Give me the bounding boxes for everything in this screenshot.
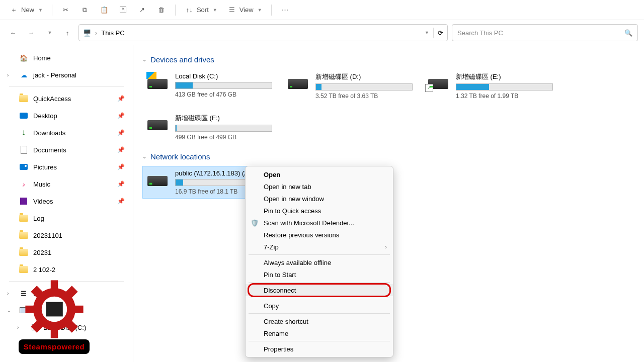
sidebar-item-quickaccess[interactable]: QuickAccess📌: [2, 90, 131, 107]
nav-forward[interactable]: →: [24, 26, 38, 40]
context-menu: Open Open in new tab Open in new window …: [245, 166, 393, 357]
ctx-restore[interactable]: Restore previous versions: [246, 229, 393, 241]
view-button[interactable]: ☰ View ▼: [223, 4, 266, 17]
ctx-open[interactable]: Open: [246, 168, 393, 180]
ctx-rename[interactable]: Rename: [246, 327, 393, 339]
ctx-always-offline[interactable]: Always available offline: [246, 256, 393, 268]
share-icon: ↗: [138, 6, 147, 15]
drive-item[interactable]: 新增磁碟區 (E:) 1.32 TB free of 1.99 TB: [423, 69, 556, 103]
sidebar-home[interactable]: 🏠 Home: [2, 49, 131, 66]
folder-icon: [19, 248, 28, 257]
sidebar-item-log[interactable]: Log: [2, 210, 131, 227]
section-network[interactable]: ⌄ Network locations: [142, 152, 635, 161]
drive-item[interactable]: 新增磁碟區 (F:) 499 GB free of 499 GB: [142, 110, 276, 144]
paste-button[interactable]: 📋: [96, 4, 113, 17]
chevron-right-icon: ›: [7, 72, 9, 78]
ctx-copy[interactable]: Copy: [246, 300, 393, 312]
search-bar[interactable]: 🔍: [452, 24, 638, 41]
rename-button[interactable]: 🄰: [115, 4, 132, 17]
drive-free-text: 1.32 TB free of 1.99 TB: [456, 93, 553, 100]
drive-item[interactable]: 新增磁碟區 (D:) 3.52 TB free of 3.63 TB: [283, 69, 416, 103]
cloud-icon: ☁: [19, 70, 28, 79]
separator: [249, 298, 390, 298]
sidebar-item-music[interactable]: ♪Music📌: [2, 175, 131, 193]
watermark: Steamspowered: [20, 258, 88, 354]
gear-icon: [24, 279, 85, 339]
ctx-scan[interactable]: 🛡️Scan with Microsoft Defender...: [246, 217, 393, 229]
sidebar-label: Log: [33, 215, 44, 222]
ctx-open-window[interactable]: Open in new window: [246, 193, 393, 205]
drive-name: Local Disk (C:): [175, 72, 272, 80]
refresh-button[interactable]: ⟳: [438, 29, 443, 37]
cut-icon: ✂: [61, 6, 70, 15]
section-label: Network locations: [150, 152, 210, 161]
drive-usage-bar: [315, 83, 413, 90]
section-devices[interactable]: ⌄ Devices and drives: [142, 55, 635, 64]
watermark-label: Steamspowered: [19, 339, 90, 354]
sidebar-label: Music: [33, 180, 50, 188]
chevron-down-icon: ⌄: [142, 154, 146, 159]
address-text: This PC: [101, 29, 420, 37]
drive-icon: [146, 169, 169, 193]
svg-rect-9: [46, 302, 63, 317]
ctx-open-tab[interactable]: Open in new tab: [246, 180, 393, 193]
ctx-disconnect[interactable]: Disconnect: [246, 284, 393, 296]
downloads-icon: ⭳: [19, 128, 28, 137]
new-button[interactable]: ＋ New ▼: [5, 4, 47, 17]
pin-icon: 📌: [117, 198, 125, 205]
drive-usage-bar: [175, 125, 272, 132]
pin-icon: 📌: [117, 180, 125, 188]
sidebar-item-desktop[interactable]: Desktop📌: [2, 107, 131, 124]
nav-up[interactable]: ↑: [60, 26, 74, 40]
copy-button[interactable]: ⧉: [76, 4, 94, 17]
sidebar-label: 20231101: [33, 232, 62, 239]
cut-button[interactable]: ✂: [57, 4, 74, 17]
folder-icon: [19, 231, 28, 240]
sidebar-item-documents[interactable]: Documents📌: [2, 141, 131, 158]
search-input[interactable]: [457, 29, 624, 37]
pictures-icon: [19, 162, 28, 171]
view-icon: ☰: [227, 6, 236, 15]
sidebar-onedrive[interactable]: › ☁ jack - Personal: [2, 66, 131, 83]
sidebar-label: Pictures: [33, 163, 57, 171]
separator: [249, 313, 390, 314]
chevron-down-icon: ▼: [38, 8, 43, 13]
ctx-pin-start[interactable]: Pin to Start: [246, 268, 393, 281]
chevron-right-icon: ›: [17, 325, 19, 330]
more-button[interactable]: ⋯: [277, 4, 294, 17]
chevron-down-icon: ⌄: [142, 57, 146, 62]
nav-recent[interactable]: ▼: [42, 26, 56, 40]
address-bar[interactable]: 🖥️ › This PC ▼ ⟳: [78, 24, 448, 41]
pin-icon: 📌: [117, 146, 125, 153]
sidebar-label: Videos: [33, 198, 53, 205]
separator: [249, 341, 390, 341]
drive-free-text: 413 GB free of 476 GB: [175, 91, 272, 98]
ctx-shortcut[interactable]: Create shortcut: [246, 315, 393, 327]
delete-button[interactable]: 🗑: [153, 4, 170, 17]
sidebar-item-20231101[interactable]: 20231101: [2, 227, 131, 244]
sidebar-label: 20231: [33, 249, 51, 256]
drive-name: 新增磁碟區 (E:): [456, 72, 553, 81]
new-label: New: [21, 6, 34, 14]
drive-name: 新增磁碟區 (F:): [175, 114, 272, 123]
sort-button[interactable]: ↑↓ Sort ▼: [181, 4, 221, 17]
pc-icon: 🖥️: [83, 29, 91, 37]
drives-list: Local Disk (C:) 413 GB free of 476 GB 新增…: [142, 69, 635, 144]
ctx-properties[interactable]: Properties: [246, 343, 393, 355]
sidebar-item-downloads[interactable]: ⭳Downloads📌: [2, 124, 131, 141]
sidebar-item-videos[interactable]: Videos📌: [2, 193, 131, 210]
nav-back[interactable]: ←: [6, 26, 20, 40]
share-button[interactable]: ↗: [134, 4, 151, 17]
sidebar-label: Desktop: [33, 112, 57, 120]
sidebar-label: Home: [33, 54, 51, 62]
shield-icon: 🛡️: [251, 219, 259, 227]
ctx-7zip[interactable]: 7-Zip›: [246, 241, 393, 253]
drive-usage-bar: [456, 83, 553, 90]
chevron-right-icon: ›: [385, 244, 387, 250]
pin-icon: 📌: [117, 95, 125, 102]
drive-item[interactable]: Local Disk (C:) 413 GB free of 476 GB: [142, 69, 276, 103]
drive-free-text: 499 GB free of 499 GB: [175, 134, 272, 141]
sidebar-item-pictures[interactable]: Pictures📌: [2, 158, 131, 175]
ctx-pin-qa[interactable]: Pin to Quick access: [246, 205, 393, 217]
sidebar-label: Downloads: [33, 129, 65, 137]
